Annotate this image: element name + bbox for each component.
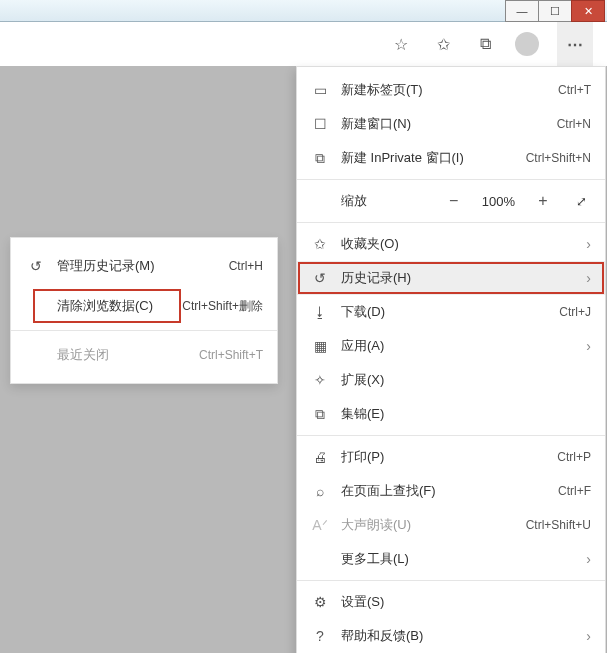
favorites-icon[interactable]: ✩ [431,35,455,54]
menu-label: 新建 InPrivate 窗口(I) [341,149,526,167]
menu-label: 在页面上查找(F) [341,482,558,500]
more-menu-button[interactable]: ⋯ [557,22,593,66]
inprivate-icon: ⧉ [309,150,331,167]
collections-icon[interactable]: ⧉ [473,35,497,53]
menu-label: 扩展(X) [341,371,591,389]
menu-label: 历史记录(H) [341,269,580,287]
separator [297,435,605,436]
read-aloud-icon: Aᐟ [309,517,331,533]
shortcut: Ctrl+F [558,484,591,498]
submenu-recently-closed: 最近关闭 Ctrl+Shift+T [11,335,277,375]
find-icon: ⌕ [309,483,331,499]
history-submenu: ↺ 管理历史记录(M) Ctrl+H 清除浏览数据(C) Ctrl+Shift+… [10,237,278,384]
menu-new-window[interactable]: ☐ 新建窗口(N) Ctrl+N [297,107,605,141]
submenu-clear-browsing-data[interactable]: 清除浏览数据(C) Ctrl+Shift+删除 [11,286,277,326]
menu-label: 下载(D) [341,303,559,321]
separator [11,330,277,331]
menu-label: 应用(A) [341,337,580,355]
menu-apps[interactable]: ▦ 应用(A) › [297,329,605,363]
menu-history[interactable]: ↺ 历史记录(H) › [297,261,605,295]
shortcut: Ctrl+Shift+U [526,518,591,532]
apps-icon: ▦ [309,338,331,354]
menu-label: 新建窗口(N) [341,115,557,133]
shortcut: Ctrl+N [557,117,591,131]
gear-icon: ⚙ [309,594,331,610]
main-menu: ▭ 新建标签页(T) Ctrl+T ☐ 新建窗口(N) Ctrl+N ⧉ 新建 … [296,66,606,653]
shortcut: Ctrl+Shift+T [199,348,263,362]
chevron-right-icon: › [586,551,591,567]
menu-label: 新建标签页(T) [341,81,558,99]
chevron-right-icon: › [586,270,591,286]
history-icon: ↺ [309,270,331,286]
download-icon: ⭳ [309,304,331,320]
menu-read-aloud: Aᐟ 大声朗读(U) Ctrl+Shift+U [297,508,605,542]
shortcut: Ctrl+H [229,259,263,273]
zoom-out-button[interactable]: − [444,192,464,210]
menu-label: 更多工具(L) [341,550,580,568]
window-controls: — ☐ ✕ [506,0,605,22]
zoom-label: 缩放 [341,192,367,210]
close-window-button[interactable]: ✕ [571,0,605,22]
menu-label: 设置(S) [341,593,591,611]
browser-toolbar: ☆ ✩ ⧉ ⋯ [0,22,607,66]
star-icon[interactable]: ☆ [389,35,413,54]
minimize-button[interactable]: — [505,0,539,22]
menu-favorites[interactable]: ✩ 收藏夹(O) › [297,227,605,261]
submenu-label: 管理历史记录(M) [57,257,229,275]
submenu-label: 清除浏览数据(C) [57,297,182,315]
menu-zoom: 缩放 − 100% + ⤢ [297,184,605,218]
window-icon: ☐ [309,116,331,132]
shortcut: Ctrl+J [559,305,591,319]
menu-extensions[interactable]: ✧ 扩展(X) [297,363,605,397]
print-icon: 🖨 [309,449,331,465]
fullscreen-button[interactable]: ⤢ [571,194,591,209]
menu-settings[interactable]: ⚙ 设置(S) [297,585,605,619]
menu-print[interactable]: 🖨 打印(P) Ctrl+P [297,440,605,474]
chevron-right-icon: › [586,236,591,252]
menu-help[interactable]: ? 帮助和反馈(B) › [297,619,605,653]
menu-new-inprivate[interactable]: ⧉ 新建 InPrivate 窗口(I) Ctrl+Shift+N [297,141,605,175]
menu-collections[interactable]: ⧉ 集锦(E) [297,397,605,431]
shortcut: Ctrl+T [558,83,591,97]
menu-new-tab[interactable]: ▭ 新建标签页(T) Ctrl+T [297,73,605,107]
menu-downloads[interactable]: ⭳ 下载(D) Ctrl+J [297,295,605,329]
collections-icon: ⧉ [309,406,331,423]
submenu-manage-history[interactable]: ↺ 管理历史记录(M) Ctrl+H [11,246,277,286]
chevron-right-icon: › [586,338,591,354]
extensions-icon: ✧ [309,372,331,388]
separator [297,179,605,180]
menu-find[interactable]: ⌕ 在页面上查找(F) Ctrl+F [297,474,605,508]
maximize-button[interactable]: ☐ [538,0,572,22]
separator [297,222,605,223]
favorites-icon: ✩ [309,236,331,252]
menu-label: 收藏夹(O) [341,235,580,253]
menu-more-tools[interactable]: 更多工具(L) › [297,542,605,576]
help-icon: ? [309,628,331,644]
chevron-right-icon: › [586,628,591,644]
zoom-value: 100% [482,194,515,209]
menu-label: 集锦(E) [341,405,591,423]
history-icon: ↺ [25,258,47,274]
menu-label: 大声朗读(U) [341,516,526,534]
shortcut: Ctrl+Shift+N [526,151,591,165]
shortcut: Ctrl+Shift+删除 [182,298,263,315]
menu-label: 帮助和反馈(B) [341,627,580,645]
shortcut: Ctrl+P [557,450,591,464]
profile-avatar[interactable] [515,32,539,56]
zoom-in-button[interactable]: + [533,192,553,210]
separator [297,580,605,581]
submenu-label: 最近关闭 [57,346,199,364]
menu-label: 打印(P) [341,448,557,466]
tab-icon: ▭ [309,82,331,98]
